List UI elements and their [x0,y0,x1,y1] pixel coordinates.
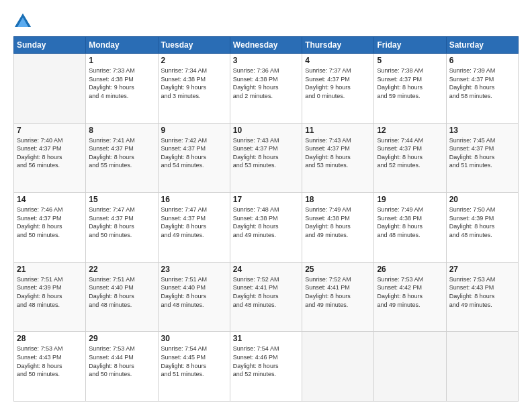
calendar-cell: 4Sunrise: 7:37 AM Sunset: 4:37 PM Daylig… [302,54,374,124]
calendar-cell: 17Sunrise: 7:48 AM Sunset: 4:38 PM Dayli… [230,193,302,263]
cell-info: Sunrise: 7:37 AM Sunset: 4:37 PM Dayligh… [305,66,371,100]
day-number: 29 [89,334,154,343]
day-number: 6 [449,56,515,65]
cell-info: Sunrise: 7:51 AM Sunset: 4:40 PM Dayligh… [89,275,154,309]
calendar-cell: 10Sunrise: 7:43 AM Sunset: 4:37 PM Dayli… [230,123,302,193]
cell-info: Sunrise: 7:49 AM Sunset: 4:38 PM Dayligh… [305,205,371,239]
day-number: 30 [161,334,227,343]
cell-info: Sunrise: 7:46 AM Sunset: 4:37 PM Dayligh… [17,205,83,239]
calendar-cell [302,332,374,402]
day-header-thursday: Thursday [302,37,374,54]
calendar-week-row: 7Sunrise: 7:40 AM Sunset: 4:37 PM Daylig… [14,123,519,193]
calendar-cell: 22Sunrise: 7:51 AM Sunset: 4:40 PM Dayli… [86,262,158,332]
calendar-cell: 21Sunrise: 7:51 AM Sunset: 4:39 PM Dayli… [14,262,86,332]
calendar-cell [374,332,446,402]
calendar-cell: 28Sunrise: 7:53 AM Sunset: 4:43 PM Dayli… [14,332,86,402]
cell-info: Sunrise: 7:53 AM Sunset: 4:44 PM Dayligh… [89,345,154,378]
cell-info: Sunrise: 7:53 AM Sunset: 4:43 PM Dayligh… [449,275,515,309]
calendar-cell [14,54,86,124]
day-header-wednesday: Wednesday [230,37,302,54]
cell-info: Sunrise: 7:51 AM Sunset: 4:40 PM Dayligh… [161,275,227,309]
day-number: 27 [449,265,515,274]
cell-info: Sunrise: 7:49 AM Sunset: 4:38 PM Dayligh… [377,205,443,239]
calendar-cell: 31Sunrise: 7:54 AM Sunset: 4:46 PM Dayli… [230,332,302,402]
day-number: 16 [161,195,227,204]
day-number: 23 [161,265,227,274]
day-number: 8 [89,126,154,135]
cell-info: Sunrise: 7:44 AM Sunset: 4:37 PM Dayligh… [377,136,443,170]
calendar-week-row: 28Sunrise: 7:53 AM Sunset: 4:43 PM Dayli… [14,332,519,402]
calendar-table: SundayMondayTuesdayWednesdayThursdayFrid… [13,36,519,402]
day-number: 4 [305,56,371,65]
calendar-cell: 3Sunrise: 7:36 AM Sunset: 4:38 PM Daylig… [230,54,302,124]
calendar-cell: 9Sunrise: 7:42 AM Sunset: 4:37 PM Daylig… [158,123,230,193]
cell-info: Sunrise: 7:36 AM Sunset: 4:38 PM Dayligh… [233,66,299,100]
day-number: 14 [17,195,83,204]
day-number: 15 [89,195,154,204]
calendar-cell: 24Sunrise: 7:52 AM Sunset: 4:41 PM Dayli… [230,262,302,332]
cell-info: Sunrise: 7:45 AM Sunset: 4:37 PM Dayligh… [449,136,515,170]
cell-info: Sunrise: 7:34 AM Sunset: 4:38 PM Dayligh… [161,66,227,100]
day-number: 3 [233,56,299,65]
calendar-cell: 16Sunrise: 7:47 AM Sunset: 4:37 PM Dayli… [158,193,230,263]
cell-info: Sunrise: 7:40 AM Sunset: 4:37 PM Dayligh… [17,136,83,170]
cell-info: Sunrise: 7:52 AM Sunset: 4:41 PM Dayligh… [305,275,371,309]
header [13,12,519,31]
cell-info: Sunrise: 7:47 AM Sunset: 4:37 PM Dayligh… [89,205,154,239]
calendar-cell: 12Sunrise: 7:44 AM Sunset: 4:37 PM Dayli… [374,123,446,193]
calendar-cell: 15Sunrise: 7:47 AM Sunset: 4:37 PM Dayli… [86,193,158,263]
calendar-cell: 20Sunrise: 7:50 AM Sunset: 4:39 PM Dayli… [446,193,518,263]
cell-info: Sunrise: 7:48 AM Sunset: 4:38 PM Dayligh… [233,205,299,239]
calendar-cell: 11Sunrise: 7:43 AM Sunset: 4:37 PM Dayli… [302,123,374,193]
calendar-cell: 26Sunrise: 7:53 AM Sunset: 4:42 PM Dayli… [374,262,446,332]
cell-info: Sunrise: 7:43 AM Sunset: 4:37 PM Dayligh… [233,136,299,170]
cell-info: Sunrise: 7:39 AM Sunset: 4:37 PM Dayligh… [449,66,515,100]
day-number: 20 [449,195,515,204]
cell-info: Sunrise: 7:38 AM Sunset: 4:37 PM Dayligh… [377,66,443,100]
page: SundayMondayTuesdayWednesdayThursdayFrid… [0,0,532,411]
cell-info: Sunrise: 7:53 AM Sunset: 4:42 PM Dayligh… [377,275,443,309]
calendar-cell: 5Sunrise: 7:38 AM Sunset: 4:37 PM Daylig… [374,54,446,124]
day-number: 11 [305,126,371,135]
cell-info: Sunrise: 7:33 AM Sunset: 4:38 PM Dayligh… [89,66,154,100]
day-number: 13 [449,126,515,135]
cell-info: Sunrise: 7:50 AM Sunset: 4:39 PM Dayligh… [449,205,515,239]
calendar-cell: 18Sunrise: 7:49 AM Sunset: 4:38 PM Dayli… [302,193,374,263]
day-number: 28 [17,334,83,343]
calendar-week-row: 21Sunrise: 7:51 AM Sunset: 4:39 PM Dayli… [14,262,519,332]
cell-info: Sunrise: 7:54 AM Sunset: 4:46 PM Dayligh… [233,345,299,378]
day-header-saturday: Saturday [446,37,518,54]
calendar-header-row: SundayMondayTuesdayWednesdayThursdayFrid… [14,37,519,54]
calendar-cell: 27Sunrise: 7:53 AM Sunset: 4:43 PM Dayli… [446,262,518,332]
day-number: 5 [377,56,443,65]
day-number: 10 [233,126,299,135]
calendar-week-row: 1Sunrise: 7:33 AM Sunset: 4:38 PM Daylig… [14,54,519,124]
logo [13,12,35,31]
cell-info: Sunrise: 7:53 AM Sunset: 4:43 PM Dayligh… [17,345,83,378]
calendar-cell: 2Sunrise: 7:34 AM Sunset: 4:38 PM Daylig… [158,54,230,124]
calendar-cell: 19Sunrise: 7:49 AM Sunset: 4:38 PM Dayli… [374,193,446,263]
calendar-cell: 1Sunrise: 7:33 AM Sunset: 4:38 PM Daylig… [86,54,158,124]
day-number: 19 [377,195,443,204]
calendar-cell: 6Sunrise: 7:39 AM Sunset: 4:37 PM Daylig… [446,54,518,124]
cell-info: Sunrise: 7:42 AM Sunset: 4:37 PM Dayligh… [161,136,227,170]
calendar-cell: 8Sunrise: 7:41 AM Sunset: 4:37 PM Daylig… [86,123,158,193]
day-header-tuesday: Tuesday [158,37,230,54]
day-header-monday: Monday [86,37,158,54]
day-number: 17 [233,195,299,204]
calendar-cell [446,332,518,402]
day-number: 22 [89,265,154,274]
day-number: 31 [233,334,299,343]
day-number: 7 [17,126,83,135]
calendar-cell: 23Sunrise: 7:51 AM Sunset: 4:40 PM Dayli… [158,262,230,332]
day-number: 24 [233,265,299,274]
cell-info: Sunrise: 7:43 AM Sunset: 4:37 PM Dayligh… [305,136,371,170]
calendar-cell: 25Sunrise: 7:52 AM Sunset: 4:41 PM Dayli… [302,262,374,332]
calendar-cell: 13Sunrise: 7:45 AM Sunset: 4:37 PM Dayli… [446,123,518,193]
logo-icon [13,12,32,31]
cell-info: Sunrise: 7:41 AM Sunset: 4:37 PM Dayligh… [89,136,154,170]
calendar-week-row: 14Sunrise: 7:46 AM Sunset: 4:37 PM Dayli… [14,193,519,263]
day-number: 26 [377,265,443,274]
day-number: 21 [17,265,83,274]
cell-info: Sunrise: 7:51 AM Sunset: 4:39 PM Dayligh… [17,275,83,309]
